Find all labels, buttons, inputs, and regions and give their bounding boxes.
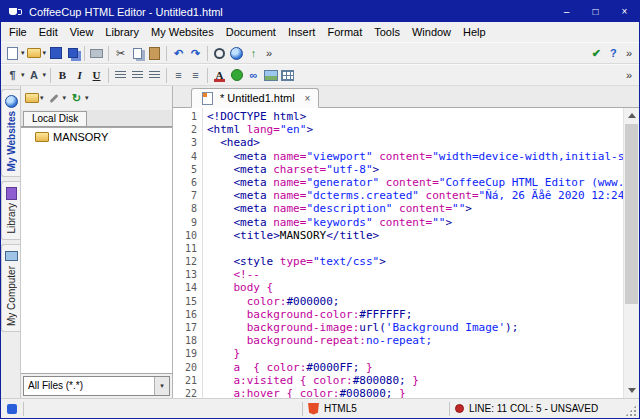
italic-button[interactable]: I — [71, 65, 88, 85]
tree-item-mansory[interactable]: MANSORY — [21, 128, 172, 145]
close-button[interactable]: × — [610, 1, 639, 22]
sidebar-tab-library[interactable]: Library — [1, 181, 20, 240]
validate-button[interactable]: ✔ — [588, 43, 605, 63]
numbered-list-button[interactable]: ≡ — [187, 65, 204, 85]
upload-icon: ↑ — [246, 46, 261, 61]
paragraph-style-button[interactable]: ¶▾ — [4, 65, 26, 85]
font-style-button[interactable]: A▾ — [26, 65, 48, 85]
paste-button[interactable] — [146, 43, 163, 63]
new-document-button[interactable]: ▾ — [4, 43, 26, 63]
bold-button[interactable]: B — [54, 65, 71, 85]
menu-edit[interactable]: Edit — [33, 23, 64, 41]
file-filter-value: All Files (*.*) — [24, 377, 154, 395]
menubar: FileEditViewLibraryMy WebsitesDocumentIn… — [1, 22, 639, 42]
code-line[interactable]: <head> — [207, 136, 623, 149]
new-folder-button[interactable]: ▾ — [23, 88, 45, 108]
copy-icon — [130, 46, 145, 61]
code-line[interactable]: color:#000000; — [207, 295, 623, 308]
toolbar-overflow-chevron[interactable]: » — [622, 47, 636, 59]
undo-button[interactable]: ↶ — [170, 43, 187, 63]
code-line[interactable]: body { — [207, 281, 623, 294]
line-number: 3 — [173, 136, 197, 149]
menu-view[interactable]: View — [64, 23, 100, 41]
insert-link-button[interactable]: ∞ — [245, 65, 262, 85]
preview-button[interactable] — [228, 43, 245, 63]
help-button[interactable]: ? — [605, 43, 622, 63]
code-area[interactable]: <!DOCTYPE html><html lang="en"> <head> <… — [203, 108, 623, 398]
menu-help[interactable]: Help — [457, 23, 492, 41]
code-line[interactable]: <meta name="description" content=""> — [207, 202, 623, 215]
code-line[interactable]: } — [207, 347, 623, 360]
copy-button[interactable] — [129, 43, 146, 63]
menu-library[interactable]: Library — [99, 23, 145, 41]
dropdown-arrow-icon: ▾ — [85, 94, 89, 102]
scrollbar-thumb[interactable] — [625, 124, 638, 304]
resize-grip[interactable] — [625, 405, 637, 417]
menu-tools[interactable]: Tools — [368, 23, 406, 41]
save-button[interactable] — [47, 43, 64, 63]
menu-document[interactable]: Document — [220, 23, 282, 41]
local-disk-tab[interactable]: Local Disk — [23, 111, 87, 126]
redo-button[interactable]: ↷ — [187, 43, 204, 63]
code-line[interactable]: a { color:#0000FF; } — [207, 361, 623, 374]
line-number: 10 — [173, 229, 197, 242]
code-line[interactable]: <!DOCTYPE html> — [207, 110, 623, 123]
menu-insert[interactable]: Insert — [282, 23, 322, 41]
code-line[interactable]: <meta charset="utf-8"> — [207, 163, 623, 176]
editor-vertical-scrollbar[interactable] — [623, 108, 639, 398]
scroll-down-button[interactable] — [624, 383, 639, 398]
align-left-button[interactable] — [112, 65, 129, 85]
code-line[interactable]: <style type="text/css"> — [207, 255, 623, 268]
print-button[interactable] — [88, 43, 105, 63]
scroll-up-button[interactable] — [624, 108, 639, 123]
menu-window[interactable]: Window — [406, 23, 457, 41]
highlight-color-button[interactable] — [228, 65, 245, 85]
code-line[interactable]: <title>MANSORY</title> — [207, 229, 623, 242]
code-line[interactable]: background-color:#FFFFFF; — [207, 308, 623, 321]
code-line[interactable]: <html lang="en"> — [207, 123, 623, 136]
minimize-button[interactable]: – — [552, 1, 581, 22]
dropdown-arrow-icon[interactable] — [154, 377, 169, 395]
upload-button[interactable]: ↑ — [245, 43, 262, 63]
menu-format[interactable]: Format — [321, 23, 368, 41]
align-center-icon — [130, 68, 145, 83]
align-right-button[interactable] — [146, 65, 163, 85]
menu-file[interactable]: File — [3, 23, 33, 41]
title-bar: CoffeeCup HTML Editor - Untitled1.html –… — [1, 1, 639, 22]
open-file-button[interactable]: ▾ — [26, 43, 48, 63]
validate-icon: ✔ — [589, 46, 604, 61]
code-line[interactable] — [207, 242, 623, 255]
tab-close-icon[interactable]: × — [300, 93, 311, 104]
toolbar-overflow-chevron[interactable]: » — [262, 47, 276, 59]
font-color-button[interactable]: A — [211, 65, 228, 85]
insert-image-button[interactable] — [262, 65, 279, 85]
code-line[interactable]: <meta name="keywords" content=""> — [207, 216, 623, 229]
underline-button[interactable]: U — [88, 65, 105, 85]
file-tools-button[interactable]: ▾ — [46, 88, 68, 108]
align-right-icon — [147, 68, 162, 83]
file-filter-combobox[interactable]: All Files (*.*) — [23, 376, 170, 396]
code-line[interactable]: background-image:url('Background Image')… — [207, 321, 623, 334]
save-all-button[interactable] — [64, 43, 81, 63]
maximize-button[interactable]: □ — [581, 1, 610, 22]
menu-my-websites[interactable]: My Websites — [145, 23, 220, 41]
editor-tab-untitled1[interactable]: * Untitled1.html × — [191, 88, 319, 108]
insert-image-icon — [263, 68, 278, 83]
bullet-list-button[interactable]: ≡ — [170, 65, 187, 85]
toolbar-overflow-chevron[interactable]: » — [622, 69, 636, 81]
sidebar-tab-my-computer[interactable]: My Computer — [1, 244, 20, 332]
code-line[interactable]: <meta name="dcterms.created" content="Ñá… — [207, 189, 623, 202]
code-line[interactable]: a:visited { color:#800080; } — [207, 374, 623, 387]
insert-table-button[interactable] — [279, 65, 296, 85]
code-line[interactable]: <meta name="generator" content="CoffeeCu… — [207, 176, 623, 189]
main-toolbar: ▾▾✂↶↷↑»✔?» — [1, 42, 639, 64]
code-line[interactable]: background-repeat:no-repeat; — [207, 334, 623, 347]
code-line[interactable]: a:hover { color:#008000; } — [207, 387, 623, 398]
sidebar-tab-my-websites[interactable]: My Websites — [1, 89, 20, 177]
code-line[interactable]: <!-- — [207, 268, 623, 281]
code-line[interactable]: <meta name="viewport" content="width=dev… — [207, 150, 623, 163]
refresh-button[interactable]: ↻▾ — [68, 88, 90, 108]
align-center-button[interactable] — [129, 65, 146, 85]
cut-button[interactable]: ✂ — [112, 43, 129, 63]
find-button[interactable] — [211, 43, 228, 63]
